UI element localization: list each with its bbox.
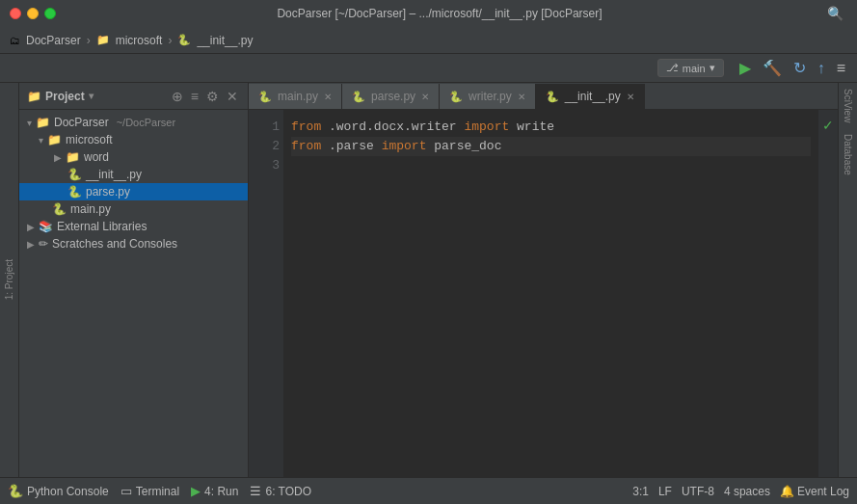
- run-label: 4: Run: [204, 485, 238, 498]
- indent-setting[interactable]: 4 spaces: [724, 485, 770, 498]
- close-panel-icon[interactable]: ✕: [225, 88, 240, 105]
- terminal-button[interactable]: ▭ Terminal: [121, 484, 179, 498]
- todo-icon: ☰: [250, 484, 261, 498]
- event-log-button[interactable]: 🔔 Event Log: [780, 485, 849, 498]
- console-label: Python Console: [27, 485, 109, 498]
- close-icon[interactable]: ✕: [421, 92, 429, 102]
- tab-parse[interactable]: 🐍 parse.py ✕: [342, 84, 440, 109]
- close-icon[interactable]: ✕: [324, 92, 332, 102]
- code-line: from .word.docx.writer import write: [291, 118, 811, 137]
- project-icon: 🗂: [10, 35, 20, 46]
- commit-button[interactable]: ↑: [814, 58, 829, 79]
- tab-label: writer.py: [469, 90, 512, 103]
- close-icon[interactable]: ✕: [518, 92, 525, 102]
- list-item[interactable]: ▶ 📚 External Libraries: [19, 218, 248, 235]
- tab-init[interactable]: 🐍 __init__.py ✕: [536, 84, 645, 109]
- search-icon[interactable]: 🔍: [823, 4, 847, 23]
- more-button[interactable]: ≡: [833, 58, 849, 79]
- sciview-label[interactable]: SciView: [843, 83, 853, 128]
- breadcrumb-folder[interactable]: microsoft: [116, 34, 163, 47]
- main-area: 1: Project 📁 Project ▾ ⊕ ≡ ⚙ ✕ ▾ 📁 DocPa…: [0, 83, 857, 477]
- python-file-icon: 🐍: [546, 91, 559, 103]
- code-line: from .parse import parse_doc: [291, 137, 811, 156]
- folder-icon: 📁: [96, 34, 110, 46]
- root-path: ~/DocParser: [117, 117, 175, 128]
- tab-main[interactable]: 🐍 main.py ✕: [249, 84, 342, 109]
- encoding[interactable]: UTF-8: [682, 485, 714, 498]
- tree-item-label: main.py: [70, 202, 111, 216]
- build-button[interactable]: 🔨: [759, 57, 786, 79]
- collapse-icon[interactable]: ≡: [189, 88, 201, 105]
- right-gutter: ✓: [818, 110, 838, 477]
- tree-item-label: Scratches and Consoles: [52, 237, 177, 251]
- keyword-import: import: [464, 118, 509, 137]
- branch-name: main: [683, 63, 706, 74]
- close-button[interactable]: [10, 8, 21, 19]
- run-button[interactable]: ▶: [736, 57, 755, 79]
- check-icon: ✓: [822, 118, 834, 133]
- keyword-import: import: [382, 137, 427, 156]
- window-title: DocParser [~/DocParser] – .../microsoft/…: [277, 7, 602, 20]
- line-numbers: 1 2 3: [249, 110, 283, 477]
- list-item[interactable]: 🐍 parse.py: [19, 183, 248, 200]
- maximize-button[interactable]: [44, 8, 56, 19]
- chevron-right-icon: ▶: [54, 152, 62, 163]
- line-number: 1: [249, 118, 280, 137]
- file-icon: 🐍: [177, 34, 191, 46]
- branch-selector[interactable]: ⎇ main ▾: [657, 59, 724, 77]
- database-label[interactable]: Database: [843, 128, 853, 181]
- list-item[interactable]: 🐍 main.py: [19, 200, 248, 218]
- editor-area: 🐍 main.py ✕ 🐍 parse.py ✕ 🐍 writer.py ✕ 🐍…: [249, 83, 838, 477]
- terminal-icon: ▭: [121, 484, 132, 498]
- line-separator[interactable]: LF: [658, 485, 672, 498]
- python-file-icon: 🐍: [258, 91, 272, 103]
- update-project-button[interactable]: ↻: [790, 57, 810, 79]
- tree-item-label: word: [84, 150, 109, 164]
- project-panel-label[interactable]: 1: Project: [4, 259, 14, 300]
- project-panel-title: 📁 Project ▾: [27, 90, 94, 103]
- console-icon: 🐍: [8, 484, 23, 498]
- list-item[interactable]: ▾ 📁 microsoft: [19, 131, 248, 148]
- list-item[interactable]: ▶ 📁 word: [19, 148, 248, 166]
- folder-icon: 📁: [47, 133, 62, 146]
- tree-item-label: External Libraries: [57, 220, 147, 233]
- tree-root[interactable]: ▾ 📁 DocParser ~/DocParser: [19, 114, 248, 131]
- scratches-icon: ✏: [39, 237, 48, 251]
- minimize-button[interactable]: [27, 8, 39, 19]
- chevron-right-icon: ▶: [27, 222, 35, 232]
- bottom-bar: 🐍 Python Console ▭ Terminal ▶ 4: Run ☰ 6…: [0, 477, 857, 504]
- project-tree: ▾ 📁 DocParser ~/DocParser ▾ 📁 microsoft …: [19, 110, 248, 477]
- close-icon[interactable]: ✕: [627, 92, 634, 102]
- library-icon: 📚: [39, 220, 53, 233]
- status-bar-right: 3:1 LF UTF-8 4 spaces 🔔 Event Log: [632, 485, 849, 498]
- chevron-down-icon: ▾: [39, 135, 43, 146]
- settings-icon[interactable]: ⚙: [204, 88, 221, 105]
- left-sidebar-handle: 1: Project: [0, 83, 19, 477]
- breadcrumb-file[interactable]: __init__.py: [197, 34, 253, 47]
- title-bar: DocParser [~/DocParser] – .../microsoft/…: [0, 0, 857, 27]
- list-item[interactable]: ▶ ✏ Scratches and Consoles: [19, 235, 248, 252]
- breadcrumb-project[interactable]: DocParser: [26, 34, 81, 47]
- todo-label: 6: TODO: [265, 485, 311, 498]
- git-branch-icon: ⎇: [666, 62, 679, 74]
- chevron-down-icon: ▾: [89, 91, 94, 101]
- tree-item-label: parse.py: [86, 185, 130, 199]
- scope-icon[interactable]: ⊕: [170, 88, 185, 105]
- todo-button[interactable]: ☰ 6: TODO: [250, 484, 311, 498]
- folder-icon: 📁: [66, 150, 80, 164]
- run-icon: ▶: [191, 484, 201, 498]
- cursor-position[interactable]: 3:1: [632, 485, 649, 498]
- python-file-icon: 🐍: [67, 168, 82, 181]
- list-item[interactable]: 🐍 __init__.py: [19, 166, 248, 183]
- code-content[interactable]: from .word.docx.writer import write from…: [283, 110, 818, 477]
- terminal-label: Terminal: [136, 485, 179, 498]
- project-actions: ⊕ ≡ ⚙ ✕: [170, 88, 240, 105]
- project-panel: 📁 Project ▾ ⊕ ≡ ⚙ ✕ ▾ 📁 DocParser ~/DocP…: [19, 83, 249, 477]
- branch-chevron: ▾: [710, 62, 715, 74]
- run-button[interactable]: ▶ 4: Run: [191, 484, 238, 498]
- tab-writer[interactable]: 🐍 writer.py ✕: [440, 84, 536, 109]
- tree-root-label: DocParser: [54, 116, 109, 129]
- python-console-button[interactable]: 🐍 Python Console: [8, 484, 109, 498]
- python-file-icon: 🐍: [67, 185, 82, 199]
- code-editor[interactable]: 1 2 3 from .word.docx.writer import writ…: [249, 110, 838, 477]
